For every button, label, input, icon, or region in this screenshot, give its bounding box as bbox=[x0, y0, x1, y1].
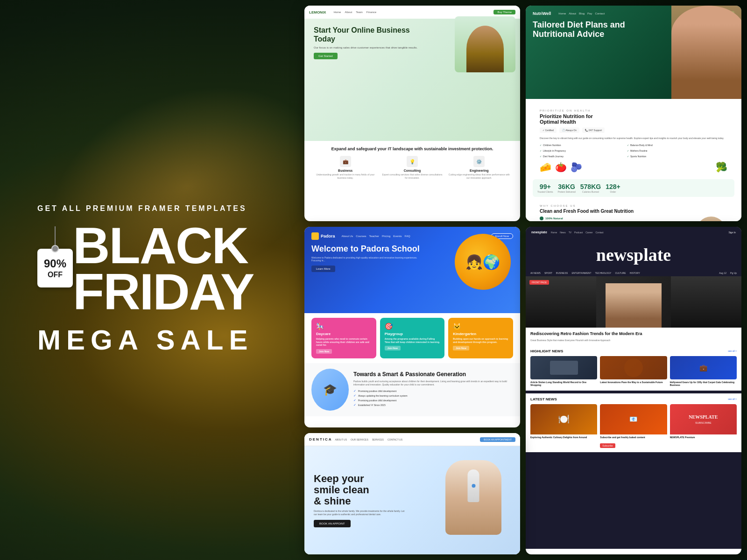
tech-icon: 💼 bbox=[699, 364, 707, 371]
check-icon-2: ✓ bbox=[353, 394, 356, 398]
dental-tube bbox=[468, 469, 479, 502]
news-template-card[interactable]: newsplate Home News TV Podcast Career Co… bbox=[526, 227, 741, 554]
school-logo-icon bbox=[311, 232, 319, 240]
newsplate-big-title: newsplate bbox=[526, 238, 741, 270]
news-header: newsplate Home News TV Podcast Career Co… bbox=[526, 227, 741, 238]
list-item-4: ✓ Established 'A' Since 2015 bbox=[353, 403, 513, 407]
nutrition-inner: NutriWell Home About Blog Pay Contact Ge… bbox=[526, 6, 741, 221]
school-lower-desc: Padora builds youth and nurturing accept… bbox=[353, 380, 513, 386]
business-template-card[interactable]: LEMONIX Home About Team Finance Buy Them… bbox=[304, 6, 520, 221]
feature-consulting-desc: Expert consulting services that solve di… bbox=[381, 173, 444, 179]
latest-img-1: 🍽️ bbox=[530, 404, 597, 434]
highlight-header: HIGHLIGHT NEWS see all > bbox=[530, 349, 737, 353]
school-hero-title: Welcome to Padora School bbox=[311, 245, 423, 254]
dental-hero: Keep your smile clean & shine Dentica is… bbox=[304, 446, 520, 554]
featured-person-silhouette bbox=[596, 276, 671, 328]
highlight-item-1: Article Stolen Long Standing World Recor… bbox=[530, 356, 597, 387]
price-tag: 90% OFF bbox=[37, 249, 73, 288]
nutrition-body: PRIORITIZE ON HEALTH Prioritize Nutritio… bbox=[526, 99, 741, 221]
big-title-group: BLACK FRIDAY bbox=[68, 222, 254, 315]
newsplate-brand: NEWSPLATE bbox=[689, 414, 718, 420]
person-body bbox=[606, 283, 662, 328]
nf-always-on: 🕐 Always On bbox=[559, 127, 579, 133]
daycare-icon: 🎠 bbox=[316, 322, 372, 330]
playgroup-category: 🎯 Playgroup Among the programs available… bbox=[380, 318, 445, 358]
list-item-3: ✓ Promising positive child development bbox=[353, 399, 513, 402]
nutrition-food-items: 🧀 🍅 🫐 🥦 bbox=[540, 161, 727, 173]
stat-clients: 99+ Trusted Clients bbox=[537, 183, 553, 193]
highlight-title: HIGHLIGHT NEWS bbox=[530, 349, 563, 353]
business-expand-title: Expand and safeguard your IT landscape w… bbox=[314, 147, 511, 151]
highlight-grid: Article Stolen Long Standing World Recor… bbox=[530, 356, 737, 387]
school-hero-desc: Welcome to Padora dedicated to providing… bbox=[311, 256, 423, 262]
dental-template-card[interactable]: DENTICA ABOUT US OUR SERVICES SERVICES C… bbox=[304, 433, 520, 554]
highlight-item-2: Latest Innovations Pave the Way to a Sus… bbox=[600, 356, 667, 387]
news-featured-title: Rediscovering Retro Fashion Trends for t… bbox=[526, 328, 741, 339]
nf-certified: ✓ Certified bbox=[540, 127, 557, 133]
kindergarten-title: Kindergarten bbox=[453, 332, 508, 336]
tag-container: 90% OFF BLACK FRIDAY bbox=[37, 222, 254, 315]
nutrition-logo: NutriWell bbox=[533, 11, 551, 16]
feature-engineering-desc: Cutting edge engineering ideas that driv… bbox=[448, 173, 511, 179]
feature-engineering-title: Engineering bbox=[448, 169, 511, 172]
list-item-1: ✓ Promising positive child development bbox=[353, 389, 513, 393]
school-inner: Padora About Us Courses Teacher Pricing … bbox=[304, 227, 520, 427]
food-tag: WHY CHOOSE US bbox=[540, 204, 727, 207]
latest-see-all[interactable]: see all > bbox=[728, 398, 737, 400]
check-icon-3: ✓ bbox=[353, 399, 356, 402]
food-section-title: Clean and Fresh Food with Great Nutritio… bbox=[540, 209, 727, 214]
school-template-card[interactable]: Padora About Us Courses Teacher Pricing … bbox=[304, 227, 520, 427]
nutrition-person bbox=[671, 6, 741, 99]
food-emoji-4: 🥦 bbox=[716, 161, 727, 173]
nutrition-checklist: ✓ Children Nutrition ✓ Balance Body & Mi… bbox=[540, 144, 727, 158]
highlight-title-2: Latest Innovations Pave the Way to a Sus… bbox=[600, 381, 667, 384]
newsplate-sub: SUBSCRIBE bbox=[695, 421, 712, 424]
business-features: 💼 Business Understanding growth and trac… bbox=[314, 156, 511, 179]
nutrition-body-text: Discover the key to vibrant living with … bbox=[540, 137, 727, 140]
dental-nav: DENTICA ABOUT US OUR SERVICES SERVICES C… bbox=[304, 433, 520, 446]
news-sign-in[interactable]: Sign In bbox=[728, 231, 736, 234]
business-icon: 💼 bbox=[340, 156, 351, 167]
food-emoji-3: 🫐 bbox=[571, 161, 582, 173]
school-hero: Padora About Us Courses Teacher Pricing … bbox=[304, 227, 520, 313]
highlight-title-1: Article Stolen Long Standing World Recor… bbox=[530, 381, 597, 387]
dental-product-image bbox=[441, 455, 506, 539]
highlight-see-all[interactable]: see all > bbox=[728, 350, 737, 352]
school-kids-icon: 👧🌍 bbox=[465, 254, 500, 270]
stat-protein: 36KG Protein Delivered bbox=[557, 183, 575, 193]
feature-engineering: ⚙️ Engineering Cutting edge engineering … bbox=[448, 156, 511, 179]
subscribe-btn[interactable]: Subscribe bbox=[600, 443, 615, 448]
school-lower-content: Towards a Smart & Passionate Generation … bbox=[353, 371, 513, 408]
latest-img-2: 📧 bbox=[600, 404, 667, 434]
news-featured: FRONT PAGE Rediscovering Retro Fashion T… bbox=[526, 276, 741, 345]
nutrition-features-list: ✓ Certified 🕐 Always On 📞 24/7 Support bbox=[540, 127, 727, 133]
business-hero-title: Start Your Online Business Today bbox=[314, 26, 422, 43]
stat-calories: 578KG Calories Burned bbox=[580, 183, 601, 193]
list-item-2: ✓ Always updating the learning curriculu… bbox=[353, 394, 513, 398]
food-emoji-2: 🍅 bbox=[555, 161, 567, 173]
nutrition-hero-title: Tailored Diet Plans and Nutritional Advi… bbox=[533, 21, 644, 39]
business-hero-section: LEMONIX Home About Team Finance Buy Them… bbox=[304, 6, 520, 141]
school-learn-btn: Learn More bbox=[311, 266, 335, 272]
latest-item-3: NEWSPLATE SUBSCRIBE NEWSPLATE Premium bbox=[670, 404, 737, 449]
playgroup-icon: 🎯 bbox=[385, 322, 440, 330]
kindergarten-category: 🐱 Kindergarten Building upon our hands-o… bbox=[448, 318, 513, 358]
nutrition-template-card[interactable]: NutriWell Home About Blog Pay Contact Ge… bbox=[526, 6, 741, 221]
school-globe: 👧🌍 bbox=[455, 234, 511, 290]
news-front-page-tag: FRONT PAGE bbox=[529, 280, 549, 285]
food-icon: 🍽️ bbox=[558, 413, 570, 425]
friday-title: FRIDAY bbox=[73, 268, 254, 315]
dental-appointment-btn: BOOK AN APPOINTMENT bbox=[480, 437, 515, 442]
nf-support: 📞 24/7 Support bbox=[582, 127, 605, 133]
natural-label: 100% Natural bbox=[545, 217, 563, 220]
latest-grid: 🍽️ Exploring Authentic Culinary Delights… bbox=[530, 404, 737, 449]
dental-book-btn: BOOK AN APPOINT bbox=[314, 520, 351, 527]
feature-consulting: 💡 Consulting Expert consulting services … bbox=[381, 156, 444, 179]
business-cta-btn: Get Started bbox=[314, 53, 338, 59]
school-nav-links: About Us Courses Teacher Pricing Events … bbox=[342, 235, 410, 238]
school-lower: 🎓 Towards a Smart & Passionate Generatio… bbox=[304, 363, 520, 416]
natural-badge: 100% Natural bbox=[540, 217, 691, 220]
news-highlight-section: HIGHLIGHT NEWS see all > Article Stolen … bbox=[526, 345, 741, 391]
daycare-btn: Join Now bbox=[316, 349, 332, 354]
playgroup-desc: Among the programs available during Fall… bbox=[385, 337, 440, 343]
